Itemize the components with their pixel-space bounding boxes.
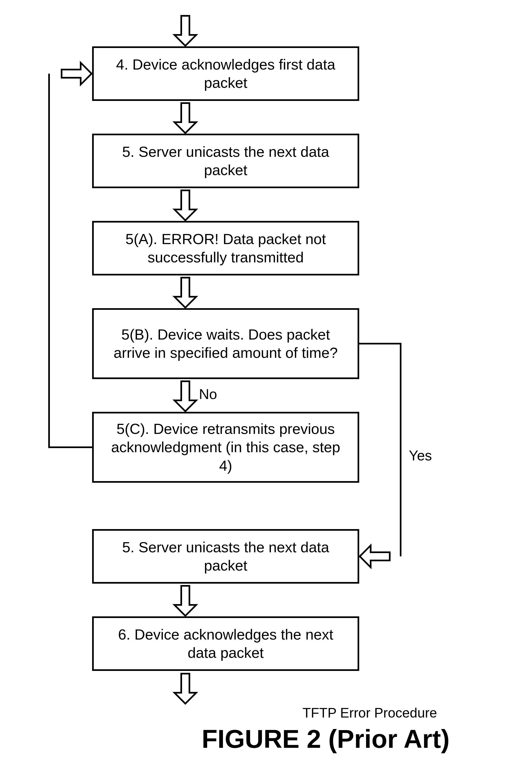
step-4-box: 4. Device acknowledges first data packet xyxy=(92,46,359,101)
arrow-5A-to-5B xyxy=(174,278,196,308)
step-5C-text: 5(C). Device retransmits previous acknow… xyxy=(107,420,344,475)
arrow-entry xyxy=(174,16,196,46)
step-5A-box: 5(A). ERROR! Data packet not successfull… xyxy=(92,221,359,275)
step-5B-text: 5(B). Device waits. Does packet arrive i… xyxy=(107,325,344,362)
flowchart-page: 4. Device acknowledges first data packet… xyxy=(0,0,532,768)
step-5B-box: 5(B). Device waits. Does packet arrive i… xyxy=(92,308,359,379)
step-6-box: 6. Device acknowledges the next data pac… xyxy=(92,616,359,671)
step-5A-text: 5(A). ERROR! Data packet not successfull… xyxy=(107,230,344,267)
figure-title: FIGURE 2 (Prior Art) xyxy=(202,724,450,754)
arrow-feedback-into-4 xyxy=(62,63,92,85)
arrow-5-to-5A xyxy=(174,190,196,220)
arrow-4-to-5 xyxy=(174,103,196,133)
label-no: No xyxy=(199,386,217,402)
step-5-text-first: 5. Server unicasts the next data packet xyxy=(107,143,344,179)
step-6-text: 6. Device acknowledges the next data pac… xyxy=(107,625,344,662)
feedback-line xyxy=(49,74,92,447)
step-5-box-first: 5. Server unicasts the next data packet xyxy=(92,134,359,188)
step-5-text-second: 5. Server unicasts the next data packet xyxy=(107,538,344,575)
caption-text: TFTP Error Procedure xyxy=(303,705,437,721)
step-4-text: 4. Device acknowledges first data packet xyxy=(107,55,344,92)
arrow-5B-to-5C xyxy=(174,381,196,411)
arrow-exit xyxy=(174,674,196,704)
label-yes: Yes xyxy=(409,447,432,464)
step-5C-box: 5(C). Device retransmits previous acknow… xyxy=(92,412,359,483)
step-5-box-second: 5. Server unicasts the next data packet xyxy=(92,529,359,584)
arrow-yes-into-5second xyxy=(360,546,390,567)
arrow-5second-to-6 xyxy=(174,586,196,616)
yes-line xyxy=(359,343,401,556)
